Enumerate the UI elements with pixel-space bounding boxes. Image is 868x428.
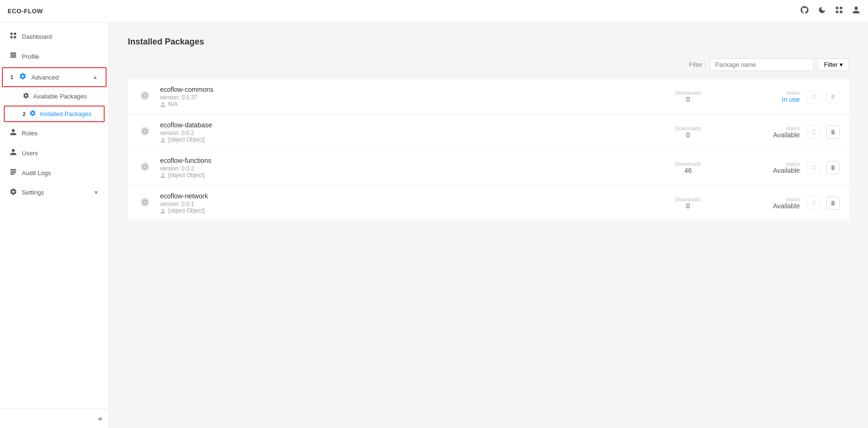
sidebar-item-audit-logs[interactable]: Audit Logs	[0, 163, 108, 183]
update-button-3	[807, 196, 821, 210]
downloads-label-3: Downloads	[660, 196, 716, 202]
package-row: ecoflow-database version: 0.0.2 [object …	[128, 115, 849, 150]
audit-logs-icon	[9, 168, 17, 178]
github-icon[interactable]	[800, 5, 809, 17]
svg-rect-1	[840, 7, 842, 9]
sidebar-item-available-packages[interactable]: Available Packages	[0, 88, 108, 105]
package-row: ecoflow-network version: 0.0.1 [object O…	[128, 186, 849, 221]
collapse-button[interactable]: ◄	[96, 415, 103, 422]
moon-icon[interactable]	[818, 6, 826, 17]
filter-bar: Filter : Filter ▾	[128, 58, 849, 71]
grid-icon[interactable]	[835, 6, 843, 17]
package-icon-1	[137, 126, 152, 139]
package-version-1: version: 0.0.2	[160, 130, 652, 136]
svg-rect-12	[10, 170, 16, 171]
svg-rect-9	[10, 54, 16, 56]
downloads-val-1: 0	[660, 131, 716, 139]
user-icon[interactable]	[852, 6, 860, 17]
package-row: ecoflow-functions version: 0.0.2 [object…	[128, 150, 849, 186]
topbar-icons	[800, 5, 860, 17]
delete-button-0	[826, 90, 840, 103]
update-button-2	[807, 161, 821, 174]
package-downloads-0: Downloads 0	[660, 90, 716, 103]
svg-point-23	[143, 165, 146, 168]
sidebar-item-dashboard[interactable]: Dashboard	[0, 27, 108, 46]
delete-button-3[interactable]	[826, 196, 840, 210]
advanced-label: Advanced	[31, 74, 59, 81]
profile-icon	[9, 52, 17, 61]
delete-button-1[interactable]	[826, 125, 840, 139]
status-val-3: Available	[724, 202, 800, 210]
users-label: Users	[22, 150, 38, 157]
update-button-0	[807, 90, 821, 103]
advanced-icon	[19, 72, 27, 82]
sidebar-item-users[interactable]: Users	[0, 143, 108, 163]
sidebar-item-advanced[interactable]: 1 Advanced ▲	[2, 67, 107, 87]
advanced-arrow: ▲	[92, 74, 98, 80]
main-content: Installed Packages Filter : Filter ▾ eco…	[109, 23, 868, 428]
settings-arrow: ▼	[93, 189, 99, 196]
package-author-1: [object Object]	[160, 136, 652, 143]
package-icon-2	[137, 161, 152, 174]
sidebar-item-roles[interactable]: Roles	[0, 123, 108, 143]
sidebar-item-installed-packages[interactable]: 2 Installed Packages	[4, 106, 105, 122]
downloads-label-0: Downloads	[660, 90, 716, 96]
svg-rect-11	[10, 169, 16, 170]
svg-rect-2	[836, 11, 838, 13]
status-label-0: status	[724, 90, 800, 96]
sidebar-item-profile[interactable]: Profile	[0, 46, 108, 66]
package-list: ecoflow-commons version: 0.0.37 N/A Down…	[128, 79, 849, 221]
downloads-val-3: 0	[660, 202, 716, 210]
delete-button-2[interactable]	[826, 161, 840, 174]
update-button-1	[807, 125, 821, 139]
filter-input[interactable]	[710, 58, 814, 71]
package-info-1: ecoflow-database version: 0.0.2 [object …	[160, 121, 652, 143]
available-packages-icon	[23, 92, 29, 100]
package-icon-3	[137, 197, 152, 210]
page-title: Installed Packages	[128, 37, 849, 47]
divider	[128, 75, 849, 75]
package-version-2: version: 0.0.2	[160, 165, 652, 172]
sidebar: Dashboard Profile 1 Advanced ▲	[0, 23, 109, 428]
filter-dropdown-icon: ▾	[840, 61, 843, 68]
package-author-2: [object Object]	[160, 172, 652, 178]
sidebar-footer: ◄	[0, 409, 108, 428]
filter-label: Filter :	[689, 61, 706, 68]
package-icon-0	[137, 90, 152, 103]
package-actions-3	[807, 196, 840, 210]
app-logo: ECO-FLOW	[8, 8, 43, 15]
package-actions-0	[807, 90, 840, 103]
package-status-0: status In use	[724, 90, 800, 103]
installed-packages-label: Installed Packages	[40, 110, 91, 117]
roles-icon	[9, 128, 17, 138]
status-val-0: In use	[724, 96, 800, 103]
sidebar-item-settings[interactable]: Settings ▼	[0, 183, 108, 202]
sidebar-nav: Dashboard Profile 1 Advanced ▲	[0, 23, 108, 409]
svg-rect-8	[10, 53, 16, 54]
svg-rect-5	[14, 33, 16, 35]
downloads-val-0: 0	[660, 96, 716, 103]
installed-packages-badge: 2	[23, 111, 26, 117]
users-icon	[9, 148, 17, 158]
settings-label: Settings	[22, 189, 44, 196]
status-val-1: Available	[724, 131, 800, 139]
downloads-label-2: Downloads	[660, 161, 716, 167]
package-version-0: version: 0.0.37	[160, 94, 652, 101]
layout: Dashboard Profile 1 Advanced ▲	[0, 23, 868, 428]
package-downloads-2: Downloads 46	[660, 161, 716, 174]
downloads-val-2: 46	[660, 167, 716, 174]
package-status-1: status Available	[724, 125, 800, 139]
audit-logs-label: Audit Logs	[22, 169, 51, 177]
package-author-0: N/A	[160, 101, 652, 107]
package-status-3: status Available	[724, 196, 800, 210]
svg-rect-4	[10, 33, 13, 35]
svg-rect-6	[10, 36, 13, 38]
topbar: ECO-FLOW	[0, 0, 868, 23]
downloads-label-1: Downloads	[660, 125, 716, 131]
filter-button[interactable]: Filter ▾	[818, 58, 849, 71]
svg-rect-13	[10, 172, 16, 173]
package-version-3: version: 0.0.1	[160, 201, 652, 207]
profile-label: Profile	[22, 53, 39, 60]
package-info-3: ecoflow-network version: 0.0.1 [object O…	[160, 192, 652, 214]
available-packages-label: Available Packages	[33, 93, 87, 100]
